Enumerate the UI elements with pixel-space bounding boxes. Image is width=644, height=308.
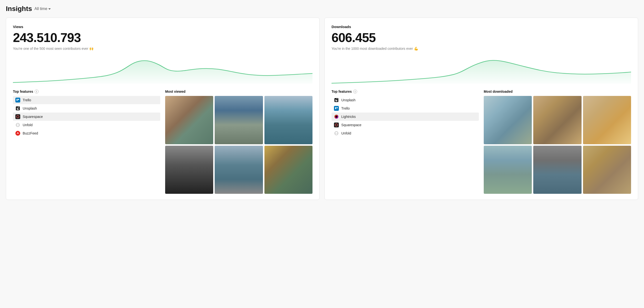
feature-name: Unfold [341,131,351,135]
svg-point-5 [16,123,20,127]
feature-name: Trello [23,98,31,102]
chevron-down-icon [48,8,51,10]
feature-name: Squarespace [341,123,362,127]
downloads-label: Downloads [332,25,631,29]
views-chart [13,55,312,84]
downloads-gallery-title: Most downloaded [484,90,631,94]
list-item[interactable]: Squarespace [13,113,160,121]
photo-thumbnail [215,96,263,144]
downloads-card: Downloads 606.455 You're in the 1000 mos… [324,18,638,200]
views-subtitle: You're one of the 500 most seen contribu… [13,47,312,51]
list-item[interactable]: Unfold [332,129,479,137]
feature-name: Squarespace [23,115,43,119]
photo-thumbnail [484,146,532,194]
views-features-title: Top features i [13,90,160,94]
list-item[interactable]: Unsplash [332,96,479,104]
unsplash-icon [334,98,339,103]
filter-label: All time [34,7,47,11]
downloads-bottom: Top features i Unsplash [332,90,631,194]
svg-point-7 [18,125,19,125]
list-item[interactable]: Trello [332,104,479,113]
svg-rect-2 [18,99,19,100]
trello-icon [15,98,20,103]
views-features-info-icon[interactable]: i [35,90,38,94]
photo-thumbnail [583,96,631,144]
svg-point-17 [336,133,336,134]
downloads-gallery-panel: Most downloaded [484,90,631,194]
photo-thumbnail [533,146,581,194]
svg-rect-9 [334,98,338,102]
photo-thumbnail [165,146,213,194]
views-gallery-title: Most viewed [165,90,312,94]
unsplash-icon [15,106,20,111]
photo-thumbnail [484,96,532,144]
svg-point-16 [335,132,338,135]
photo-thumbnail [533,96,581,144]
feature-name: Lightricks [341,115,356,119]
buzzfeed-icon [15,131,20,136]
svg-point-18 [337,133,338,134]
lightricks-icon [334,114,339,119]
photo-thumbnail [165,96,213,144]
svg-point-8 [16,131,20,135]
downloads-features-title: Top features i [332,90,479,94]
dashboard: Views 243.510.793 You're one of the 500 … [6,18,638,200]
svg-rect-12 [337,107,338,108]
views-card: Views 243.510.793 You're one of the 500 … [6,18,320,200]
feature-name: Unsplash [341,98,356,102]
page-header: Insights All time [6,5,638,13]
svg-point-6 [17,125,18,125]
views-feature-list: Trello Unsplash [13,96,160,137]
list-item[interactable]: Lightricks [332,113,479,121]
views-photo-grid [165,96,312,194]
views-bottom: Top features i Trello [13,90,312,194]
downloads-chart [332,55,631,84]
trello-icon [334,106,339,111]
feature-name: Trello [341,106,350,110]
page-title: Insights [6,5,32,13]
unfold-icon [15,123,20,127]
photo-thumbnail [264,146,312,194]
squarespace-icon [15,114,20,119]
downloads-photo-grid [484,96,631,194]
list-item[interactable]: Trello [13,96,160,104]
views-features-panel: Top features i Trello [13,90,160,194]
downloads-feature-list: Unsplash Trello [332,96,479,137]
svg-rect-3 [16,106,20,110]
squarespace-icon [334,123,339,127]
views-label: Views [13,25,312,29]
list-item[interactable]: Squarespace [332,121,479,129]
unfold-icon [334,131,339,136]
feature-name: Unfold [23,123,32,127]
downloads-features-panel: Top features i Unsplash [332,90,479,194]
photo-thumbnail [215,146,263,194]
list-item[interactable]: Unsplash [13,104,160,113]
views-number: 243.510.793 [13,31,312,45]
svg-rect-1 [16,99,18,101]
feature-name: Unsplash [23,106,37,110]
list-item[interactable]: BuzzFeed [13,129,160,137]
time-filter[interactable]: All time [34,7,50,11]
photo-thumbnail [583,146,631,194]
downloads-subtitle: You're in the 1000 most downloaded contr… [332,47,631,51]
downloads-number: 606.455 [332,31,631,45]
views-gallery-panel: Most viewed [165,90,312,194]
feature-name: BuzzFeed [23,131,38,135]
photo-thumbnail [264,96,312,144]
list-item[interactable]: Unfold [13,121,160,129]
downloads-features-info-icon[interactable]: i [353,90,357,94]
svg-rect-11 [335,107,336,109]
